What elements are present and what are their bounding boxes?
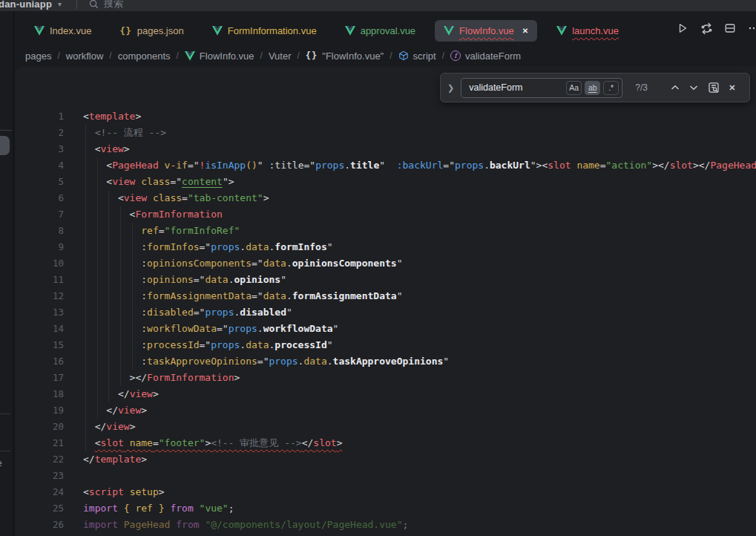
line-number[interactable]: 20 (15, 419, 64, 435)
line-number[interactable]: 18 (15, 386, 64, 402)
code-line[interactable]: 12 :formAssignmentData="data.formAssignm… (15, 288, 756, 304)
line-number[interactable]: 5 (15, 174, 64, 190)
code-line[interactable]: 23 (15, 468, 756, 484)
code-line[interactable]: 7 <FormInformation (15, 206, 756, 223)
breadcrumb-item-workflow[interactable]: workflow (66, 50, 104, 62)
breadcrumb-item--flowinfo-vue-[interactable]: {}"FlowInfo.vue" (306, 50, 384, 62)
code-line[interactable]: 15 :processId="props.data.processId" (15, 337, 756, 353)
indent-guide (97, 386, 98, 402)
tab-forminformation-vue[interactable]: FormInformation.vue (203, 20, 326, 42)
close-find-icon[interactable]: ✕ (729, 83, 735, 93)
indent-guide (97, 337, 98, 353)
tab-pages-json[interactable]: {}pages.json (111, 20, 192, 42)
split-editor-icon[interactable] (723, 22, 737, 35)
match-case-toggle[interactable]: Aa (566, 81, 582, 95)
line-number[interactable]: 2 (15, 125, 64, 141)
code-line[interactable]: 25import { ref } from "vue"; (15, 500, 756, 517)
code-line[interactable]: 14 :workflowData="props.workflowData" (15, 321, 756, 337)
line-number[interactable]: 7 (15, 206, 64, 223)
breadcrumb-item-pages[interactable]: pages (25, 50, 51, 62)
code-line[interactable]: 20 </view> (15, 419, 756, 435)
swap-branches-icon[interactable] (700, 22, 713, 35)
indent-guide (108, 321, 109, 337)
line-number[interactable]: 16 (15, 353, 64, 370)
breadcrumb-item-validateform[interactable]: fvalidateForm (450, 50, 521, 62)
line-number[interactable]: 12 (15, 288, 64, 304)
run-icon[interactable] (676, 22, 689, 35)
indent-guide (85, 337, 86, 353)
code-line[interactable]: 19 </view> (15, 402, 756, 419)
tab-flowinfo-vue[interactable]: FlowInfo.vue✕ (435, 20, 537, 42)
line-number[interactable]: 24 (15, 484, 64, 500)
chevron-down-icon[interactable]: ▾ (58, 0, 62, 8)
code-line[interactable]: 13 :disabled="props.disabled" (15, 304, 756, 321)
indent-guide (97, 304, 98, 321)
breadcrumb-item-flowinfo-vue[interactable]: FlowInfo.vue (185, 50, 254, 62)
line-number[interactable]: 19 (15, 402, 64, 419)
close-tab-icon[interactable]: ✕ (522, 27, 528, 35)
more-icon[interactable] (747, 22, 756, 35)
code-line[interactable]: 26import PageHead from "@/components/lay… (15, 517, 756, 533)
code-line[interactable]: 17 ></FormInformation> (15, 370, 756, 386)
expand-find-icon[interactable]: ❯ (447, 83, 454, 93)
sidebar-handle[interactable] (0, 136, 10, 155)
code-line[interactable]: 9 :formInfos="props.data.formInfos" (15, 239, 756, 255)
code-line[interactable]: 16 :taskApproveOpinions="props.data.task… (15, 353, 756, 370)
whole-words-toggle[interactable]: ab (585, 81, 600, 95)
indent-guide (85, 419, 86, 435)
global-search[interactable]: 搜索 (89, 0, 123, 10)
code-line[interactable]: 4 <PageHead v-if="!isInApp()" :title="pr… (15, 157, 756, 174)
line-number[interactable]: 11 (15, 272, 64, 288)
indent-guide (85, 272, 86, 288)
breadcrumb-item-vuter[interactable]: Vuter (269, 50, 292, 62)
code-text: <view> (83, 143, 130, 154)
code-line[interactable]: 6 <view class="tab-content"> (15, 190, 756, 206)
line-number[interactable]: 14 (15, 321, 64, 337)
indent-guide (97, 272, 98, 288)
code-editor[interactable]: 1<template>2 <!-- 流程 -->3 <view>4 <PageH… (15, 67, 756, 533)
code-text: <slot name="footer"><!-- 审批意见 --></slot> (83, 437, 342, 448)
code-line[interactable]: 8 ref="formInfoRef" (15, 223, 756, 239)
line-number[interactable]: 23 (15, 468, 64, 484)
code-line[interactable]: 1<template> (15, 108, 756, 125)
tab-launch-vue[interactable]: launch.vue (548, 20, 628, 42)
line-number[interactable]: 10 (15, 255, 64, 272)
next-match-icon[interactable] (689, 85, 698, 91)
code-text: <FormInformation (83, 209, 223, 220)
code-line[interactable]: 10 :opinionsComponents="data.opinionsCom… (15, 255, 756, 272)
breadcrumb-item-components[interactable]: components (118, 50, 171, 62)
regex-toggle[interactable]: .* (603, 81, 619, 95)
sidebar-fragment (0, 414, 10, 414)
line-number[interactable]: 8 (15, 223, 64, 239)
code-line[interactable]: 5 <view class="content"> (15, 174, 756, 190)
line-number[interactable]: 26 (15, 517, 64, 533)
code-panel: 1<template>2 <!-- 流程 -->3 <view>4 <PageH… (15, 67, 756, 536)
code-line[interactable]: 21 <slot name="footer"><!-- 审批意见 --></sl… (15, 435, 756, 451)
open-find-in-file-icon[interactable] (708, 82, 720, 94)
breadcrumb-item-script[interactable]: script (398, 50, 436, 62)
breadcrumb-label: components (118, 50, 171, 62)
code-line[interactable]: 2 <!-- 流程 --> (15, 125, 756, 141)
line-number[interactable]: 13 (15, 304, 64, 321)
line-number[interactable]: 4 (15, 157, 64, 174)
line-number[interactable]: 21 (15, 435, 64, 451)
line-number[interactable]: 17 (15, 370, 64, 386)
code-line[interactable]: 22</template> (15, 451, 756, 468)
line-number[interactable]: 25 (15, 500, 64, 517)
line-number[interactable]: 9 (15, 239, 64, 255)
tab-approval-vue[interactable]: approval.vue (336, 20, 424, 42)
project-name[interactable]: dan-uniapp (0, 0, 52, 10)
code-line[interactable]: 18 </view> (15, 386, 756, 402)
line-number[interactable]: 1 (15, 108, 64, 125)
line-number[interactable]: 6 (15, 190, 64, 206)
line-number[interactable]: 22 (15, 451, 64, 468)
code-line[interactable]: 24<script setup> (15, 484, 756, 500)
code-line[interactable]: 11 :opinions="data.opinions" (15, 272, 756, 288)
previous-match-icon[interactable] (671, 85, 680, 91)
tab-index-vue[interactable]: Index.vue (25, 20, 100, 42)
line-number[interactable]: 3 (15, 141, 64, 157)
code-line[interactable]: 3 <view> (15, 141, 756, 157)
search-query[interactable]: validateForm (469, 82, 563, 93)
search-input[interactable]: validateForm Aaab.* (461, 78, 622, 98)
line-number[interactable]: 15 (15, 337, 64, 353)
